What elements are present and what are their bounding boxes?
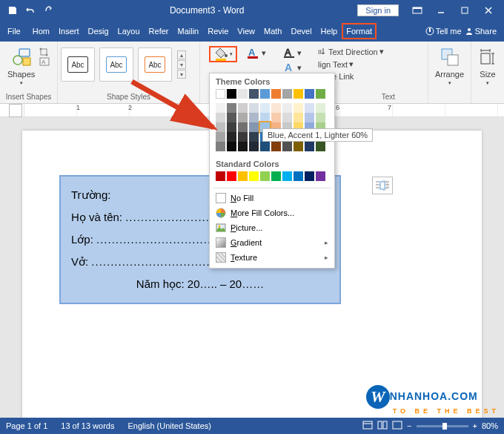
undo-icon[interactable] bbox=[22, 2, 39, 19]
zoom-value[interactable]: 80% bbox=[482, 421, 498, 430]
color-swatch[interactable] bbox=[316, 142, 325, 151]
gallery-up-icon[interactable]: ▴ bbox=[177, 50, 186, 59]
shape-style-1[interactable]: Abc bbox=[61, 47, 95, 82]
color-swatch[interactable] bbox=[294, 89, 303, 99]
gradient-fill-option[interactable]: Gradient▸ bbox=[210, 235, 334, 250]
ruler-corner[interactable] bbox=[9, 104, 22, 117]
color-swatch[interactable] bbox=[227, 122, 236, 132]
color-swatch[interactable] bbox=[260, 171, 270, 181]
gallery-more-icon[interactable]: ▾ bbox=[177, 70, 186, 79]
color-swatch[interactable] bbox=[316, 113, 325, 122]
edit-shape-icon[interactable] bbox=[39, 47, 50, 56]
tab-design[interactable]: Desig bbox=[83, 21, 113, 42]
color-swatch[interactable] bbox=[227, 171, 236, 181]
color-swatch[interactable] bbox=[271, 113, 281, 122]
view-read-icon[interactable] bbox=[377, 421, 388, 431]
color-swatch[interactable] bbox=[316, 103, 325, 113]
texture-fill-option[interactable]: Texture▸ bbox=[210, 250, 334, 265]
minimize-icon[interactable] bbox=[430, 2, 452, 19]
share-button[interactable]: Share bbox=[465, 27, 497, 36]
close-icon[interactable] bbox=[477, 2, 500, 19]
color-swatch[interactable] bbox=[271, 171, 281, 181]
text-fill-button[interactable]: A▾ bbox=[245, 46, 268, 59]
color-swatch[interactable] bbox=[227, 142, 236, 151]
color-swatch[interactable] bbox=[260, 89, 270, 99]
color-swatch[interactable] bbox=[260, 142, 270, 151]
picture-fill-option[interactable]: Picture... bbox=[210, 220, 334, 235]
color-swatch[interactable] bbox=[294, 171, 303, 181]
tab-review[interactable]: Revie bbox=[203, 21, 233, 42]
tab-home[interactable]: Hom bbox=[28, 21, 54, 42]
color-swatch[interactable] bbox=[249, 142, 259, 151]
color-swatch[interactable] bbox=[238, 171, 248, 181]
color-swatch[interactable] bbox=[282, 103, 292, 113]
color-swatch[interactable] bbox=[271, 89, 281, 99]
color-swatch[interactable] bbox=[238, 132, 248, 142]
color-swatch[interactable] bbox=[249, 122, 259, 132]
text-outline-button[interactable]: A▾ bbox=[282, 46, 304, 59]
arrange-button[interactable]: Arrange▾ bbox=[431, 43, 468, 89]
tab-math[interactable]: Math bbox=[259, 21, 286, 42]
color-swatch[interactable] bbox=[238, 122, 248, 132]
color-swatch[interactable] bbox=[282, 142, 292, 151]
color-swatch[interactable] bbox=[305, 171, 314, 181]
color-swatch[interactable] bbox=[227, 103, 236, 113]
page-indicator[interactable]: Page 1 of 1 bbox=[6, 421, 47, 430]
color-swatch[interactable] bbox=[305, 113, 314, 122]
tab-references[interactable]: Refer bbox=[145, 21, 173, 42]
more-fill-colors-option[interactable]: More Fill Colors... bbox=[210, 206, 334, 220]
redo-icon[interactable] bbox=[40, 2, 56, 19]
shape-style-3[interactable]: Abc bbox=[138, 47, 172, 82]
color-swatch[interactable] bbox=[249, 171, 259, 181]
color-swatch[interactable] bbox=[305, 142, 314, 151]
maximize-icon[interactable] bbox=[454, 2, 476, 19]
layout-options-icon[interactable] bbox=[372, 177, 393, 194]
tab-file[interactable]: File bbox=[0, 21, 28, 42]
color-swatch[interactable] bbox=[216, 142, 225, 151]
color-swatch[interactable] bbox=[238, 89, 248, 99]
save-icon[interactable] bbox=[4, 2, 21, 19]
color-swatch[interactable] bbox=[249, 113, 259, 122]
word-count[interactable]: 13 of 13 words bbox=[61, 421, 114, 430]
zoom-in-icon[interactable]: + bbox=[473, 421, 477, 430]
tab-mailings[interactable]: Mailin bbox=[173, 21, 204, 42]
color-swatch[interactable] bbox=[216, 171, 225, 181]
ribbon-options-icon[interactable] bbox=[406, 2, 428, 19]
color-swatch[interactable] bbox=[305, 89, 314, 99]
zoom-slider[interactable] bbox=[417, 425, 468, 427]
tab-view[interactable]: View bbox=[233, 21, 259, 42]
color-swatch[interactable] bbox=[271, 142, 281, 151]
color-swatch[interactable] bbox=[282, 89, 292, 99]
language-indicator[interactable]: English (United States) bbox=[127, 421, 211, 430]
color-swatch[interactable] bbox=[249, 103, 259, 113]
color-swatch[interactable] bbox=[316, 171, 325, 181]
tab-developer[interactable]: Devel bbox=[286, 21, 316, 42]
view-print-icon[interactable] bbox=[362, 421, 373, 431]
tab-help[interactable]: Help bbox=[316, 21, 342, 42]
color-swatch[interactable] bbox=[227, 132, 236, 142]
color-swatch[interactable] bbox=[282, 113, 292, 122]
align-text-button[interactable]: lign Text▾ bbox=[316, 59, 386, 70]
color-swatch[interactable] bbox=[227, 113, 236, 122]
shapes-button[interactable]: Shapes▾ bbox=[3, 43, 39, 89]
sign-in-button[interactable]: Sign in bbox=[357, 4, 399, 16]
no-fill-option[interactable]: No Fill bbox=[210, 191, 334, 206]
zoom-out-icon[interactable]: − bbox=[407, 421, 411, 430]
tell-me[interactable]: Tell me bbox=[425, 27, 462, 36]
text-direction-button[interactable]: IIText Direction▾ bbox=[316, 46, 386, 57]
color-swatch[interactable] bbox=[238, 113, 248, 122]
color-swatch[interactable] bbox=[271, 103, 281, 113]
color-swatch[interactable] bbox=[249, 89, 259, 99]
color-swatch[interactable] bbox=[294, 113, 303, 122]
gallery-down-icon[interactable]: ▾ bbox=[177, 60, 186, 69]
tab-layout[interactable]: Layou bbox=[113, 21, 145, 42]
shape-style-2[interactable]: Abc bbox=[99, 47, 133, 82]
color-swatch[interactable] bbox=[305, 103, 314, 113]
color-swatch[interactable] bbox=[227, 89, 236, 99]
shape-fill-button[interactable]: ▾ bbox=[209, 46, 237, 62]
tab-format[interactable]: Format bbox=[342, 23, 377, 39]
textbox-icon[interactable]: A bbox=[39, 57, 50, 66]
tab-insert[interactable]: Insert bbox=[54, 21, 84, 42]
color-swatch[interactable] bbox=[282, 171, 292, 181]
view-web-icon[interactable] bbox=[392, 421, 402, 431]
